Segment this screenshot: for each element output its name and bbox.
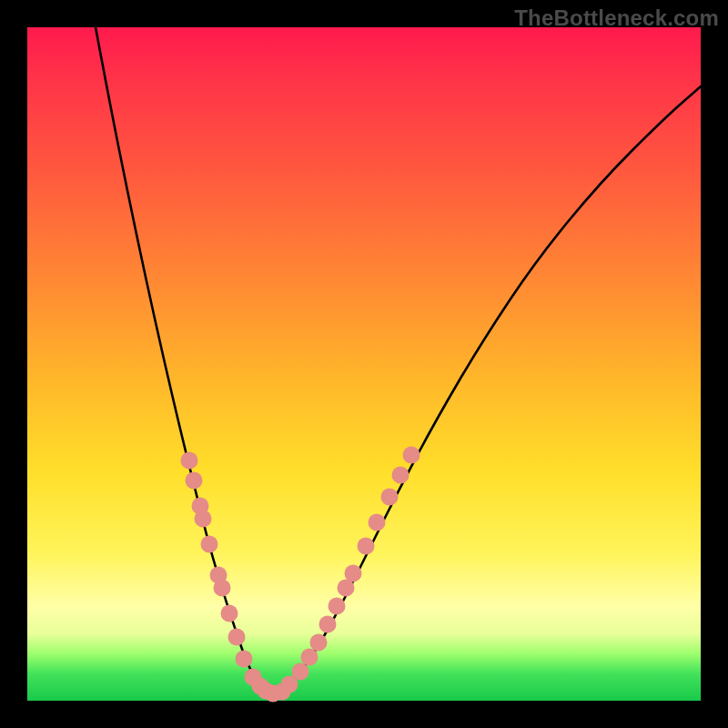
data-point [369, 514, 386, 531]
data-point [221, 605, 238, 622]
scatter-right-branch [274, 447, 420, 701]
data-point [201, 536, 218, 553]
data-point [345, 565, 362, 582]
data-point [358, 538, 375, 555]
chart-svg [27, 27, 701, 701]
data-point [292, 663, 309, 681]
data-point [228, 629, 246, 646]
data-point [214, 580, 231, 597]
data-point [329, 598, 346, 615]
data-point [195, 511, 212, 528]
data-point [319, 616, 337, 633]
data-point [181, 452, 198, 470]
chart-frame: TheBottleneck.com [0, 0, 728, 728]
data-point [381, 489, 399, 506]
watermark-text: TheBottleneck.com [514, 5, 719, 31]
data-point [310, 634, 328, 652]
chart-plot-area [27, 27, 701, 701]
data-point [392, 467, 410, 484]
bottleneck-curve [96, 27, 701, 693]
data-point [236, 651, 253, 668]
data-point [301, 649, 318, 666]
data-point [186, 472, 203, 490]
data-point [403, 447, 420, 464]
